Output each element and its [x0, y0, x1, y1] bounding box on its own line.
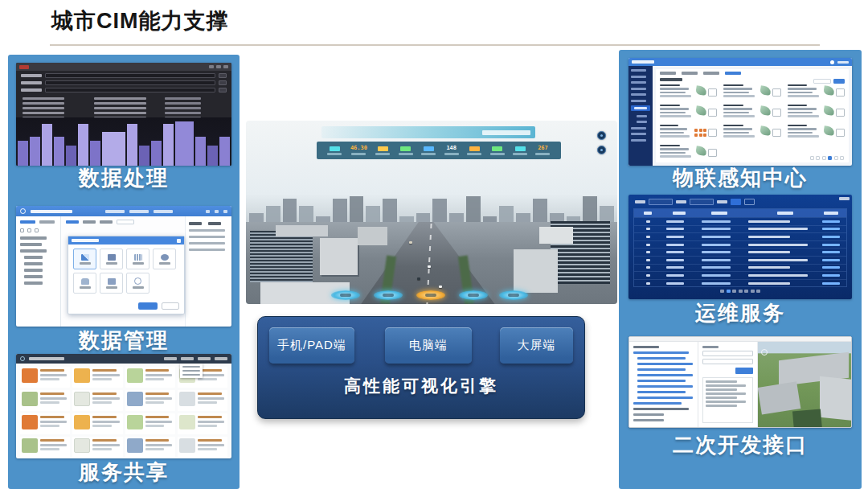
- 3d-city-preview: [758, 342, 851, 427]
- api-link-blob: [637, 374, 693, 376]
- hud-stat: [327, 146, 342, 155]
- cloud-logo-icon: [20, 208, 26, 214]
- sidebar-item-blob: [631, 81, 646, 84]
- tab-blob: [682, 72, 698, 75]
- service-card: [125, 437, 175, 458]
- card-line-blob: [145, 425, 165, 427]
- dropdown-item-blob: [182, 374, 200, 376]
- tile-label-blob: [106, 262, 117, 265]
- sensor-card: [723, 105, 780, 121]
- api-link-blob: [633, 402, 682, 405]
- nav-item-blob: [215, 357, 227, 360]
- file-row-blob: [189, 236, 225, 238]
- map-tool-button[interactable]: [597, 131, 606, 140]
- card-line-blob: [92, 421, 119, 423]
- hud-stat: 267: [535, 146, 550, 155]
- text-blob: [94, 97, 147, 100]
- sidebar-item-blob: [631, 69, 646, 72]
- car: [439, 286, 442, 288]
- city-nav-oval-4[interactable]: [459, 290, 488, 300]
- table-row: [634, 256, 846, 264]
- city-nav-oval-3-active[interactable]: [416, 290, 445, 300]
- map-thumbnail: [127, 438, 143, 453]
- green-chart-icon: [823, 125, 834, 136]
- city-nav-oval-1[interactable]: [331, 290, 360, 300]
- api-link-blob: [633, 351, 689, 354]
- window-button-icon: [215, 210, 219, 213]
- current-page-blob: [828, 156, 832, 160]
- card-title-blob: [40, 369, 64, 372]
- building-bar: [30, 137, 40, 166]
- label-ops-service: 运维服务: [619, 301, 862, 325]
- reset-button-blob: [744, 199, 755, 205]
- sensor-text-blob: [788, 135, 819, 138]
- sensor-text-blob: [788, 95, 819, 97]
- card-line-blob: [198, 421, 224, 423]
- building-block: [539, 227, 573, 244]
- green-chart-icon: [823, 105, 834, 116]
- building-bar: [151, 141, 162, 166]
- service-card: [178, 413, 227, 434]
- table-row: [634, 232, 846, 240]
- service-card: [178, 390, 227, 411]
- dialog-header: [68, 236, 184, 244]
- add-button-blob: [833, 79, 845, 84]
- service-card: [178, 437, 227, 458]
- card-title-blob: [145, 369, 170, 372]
- sensor-text-blob: [788, 112, 813, 114]
- page-title: 城市CIM能力支撑: [51, 6, 229, 35]
- city-nav-oval-2[interactable]: [374, 290, 403, 300]
- file-row-blob: [189, 249, 225, 251]
- field-input-blob: [45, 73, 215, 78]
- api-link-list: [629, 342, 698, 427]
- city-nav-oval-5[interactable]: [499, 290, 528, 300]
- city-visualization-image: 46.30148267: [246, 121, 617, 304]
- sensor-text-blob: [723, 88, 752, 90]
- sensor-card: [723, 125, 780, 142]
- mobile-pad-button[interactable]: 手机/PAD端: [269, 327, 354, 364]
- tool-icon: [35, 228, 39, 232]
- table-row: [634, 240, 846, 249]
- map-tool-button[interactable]: [597, 146, 606, 154]
- car: [428, 265, 431, 268]
- green-patch: [792, 409, 822, 427]
- card-line-blob: [198, 425, 217, 427]
- pc-button[interactable]: 电脑端: [385, 327, 472, 364]
- building-bar: [78, 124, 88, 166]
- sensor-text-blob: [660, 115, 691, 117]
- sensor-text-blob: [660, 145, 680, 147]
- hud-stat-value: 46.30: [350, 146, 367, 151]
- label-dev-api: 二次开发接口: [619, 433, 862, 457]
- tile-label-blob: [80, 262, 91, 265]
- card-line-blob: [198, 401, 217, 404]
- service-card: [125, 367, 175, 388]
- hud-title-blob: [482, 130, 530, 135]
- card-line-blob: [145, 397, 172, 400]
- map-thumbnail: [74, 368, 90, 383]
- sensor-text-blob: [660, 135, 690, 138]
- response-box: [702, 377, 753, 423]
- card-title-blob: [40, 416, 64, 418]
- tile-icon: [134, 277, 141, 285]
- sensor-text-blob: [788, 92, 813, 94]
- hud-stat-value: 148: [446, 146, 457, 151]
- api-link-blob: [637, 363, 693, 365]
- table-row: [634, 279, 846, 287]
- sensor-text-blob: [723, 135, 755, 138]
- card-line-blob: [145, 444, 172, 446]
- code-line-blob: [706, 397, 737, 399]
- left-capability-card: 数据处理: [8, 55, 240, 489]
- tab-blob: [39, 220, 55, 224]
- menu-item-blob: [154, 210, 173, 213]
- tile-icon: [81, 278, 89, 285]
- username-blob: [837, 61, 849, 64]
- screenshot-ops-service: [628, 195, 852, 299]
- path-row: [21, 88, 227, 92]
- map-thumbnail: [127, 392, 143, 406]
- big-screen-button[interactable]: 大屏端: [500, 327, 573, 364]
- hud-stat-label-blob: [375, 153, 390, 155]
- sidebar-item-blob: [637, 115, 647, 117]
- text-blob: [94, 112, 147, 114]
- data-type-tile: [126, 273, 149, 294]
- tree-item-blob: [24, 281, 43, 285]
